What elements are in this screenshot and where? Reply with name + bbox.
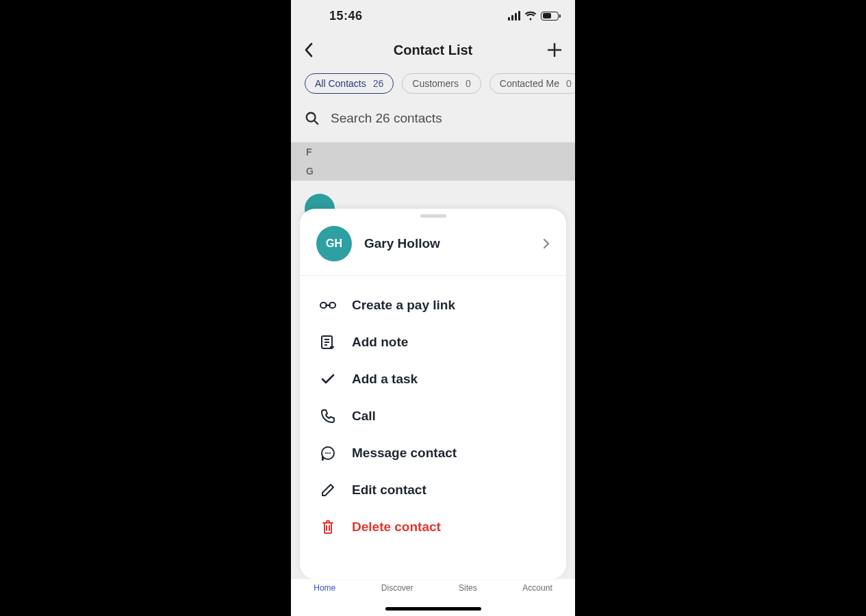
check-icon	[319, 373, 337, 385]
contact-header-row[interactable]: GH Gary Hollow	[300, 222, 566, 276]
action-label: Call	[352, 409, 376, 424]
filter-chip-count: 0	[466, 78, 471, 89]
filter-chips: All Contacts 26 Customers 0 Contacted Me…	[291, 68, 575, 99]
search-bar[interactable]: Search 26 contacts	[291, 99, 575, 142]
cellular-signal-icon	[508, 11, 520, 21]
chat-icon	[319, 446, 337, 461]
search-placeholder: Search 26 contacts	[331, 111, 442, 126]
tab-account[interactable]: Account	[522, 583, 552, 593]
action-edit-contact[interactable]: Edit contact	[300, 472, 566, 509]
action-list: Create a pay link Add note Add a task Ca…	[300, 276, 566, 546]
filter-chip-contacted-me[interactable]: Contacted Me 0	[489, 73, 575, 94]
svg-point-12	[325, 452, 327, 454]
tab-home[interactable]: Home	[314, 583, 335, 593]
nav-header: Contact List	[291, 31, 575, 68]
sheet-grabber[interactable]	[420, 214, 446, 218]
plus-icon	[547, 42, 562, 57]
link-icon	[319, 300, 337, 310]
filter-chip-label: Customers	[412, 78, 459, 89]
status-bar: 15:46	[291, 0, 575, 31]
back-button[interactable]	[295, 36, 322, 64]
action-delete-contact[interactable]: Delete contact	[300, 509, 566, 546]
svg-line-1	[314, 120, 318, 124]
contact-action-sheet: GH Gary Hollow Create a pay link Add not…	[300, 209, 566, 579]
filter-chip-label: All Contacts	[315, 78, 366, 89]
filter-chip-count: 0	[566, 78, 572, 89]
filter-chip-customers[interactable]: Customers 0	[402, 73, 481, 94]
tab-discover[interactable]: Discover	[381, 583, 413, 593]
tab-sites[interactable]: Sites	[459, 583, 477, 593]
search-icon	[305, 111, 320, 126]
list-section-header-f: F	[291, 142, 575, 162]
page-title: Contact List	[394, 42, 473, 58]
list-item[interactable]	[291, 181, 575, 205]
list-section-header-g: G	[291, 162, 575, 181]
trash-icon	[319, 519, 337, 535]
add-contact-button[interactable]	[541, 36, 568, 64]
svg-point-13	[327, 452, 329, 454]
action-label: Add a task	[352, 372, 418, 387]
filter-chip-label: Contacted Me	[500, 78, 559, 89]
filter-chip-all-contacts[interactable]: All Contacts 26	[305, 73, 394, 94]
action-add-task[interactable]: Add a task	[300, 361, 566, 398]
status-time: 15:46	[329, 9, 363, 23]
action-add-note[interactable]: Add note	[300, 324, 566, 361]
home-indicator	[385, 607, 481, 611]
status-icons	[508, 11, 559, 21]
tab-bar: Home Discover Sites Account	[291, 579, 575, 616]
action-label: Delete contact	[352, 519, 441, 535]
action-label: Edit contact	[352, 483, 426, 498]
action-call[interactable]: Call	[300, 398, 566, 435]
contact-name: Gary Hollow	[364, 236, 543, 251]
wifi-icon	[524, 11, 537, 21]
svg-point-14	[329, 452, 331, 454]
note-icon	[319, 335, 337, 350]
action-label: Add note	[352, 335, 408, 350]
battery-icon	[541, 12, 559, 21]
action-label: Create a pay link	[352, 298, 455, 313]
phone-icon	[319, 409, 337, 424]
pencil-icon	[319, 483, 337, 498]
action-label: Message contact	[352, 446, 457, 461]
chevron-right-icon	[543, 238, 550, 249]
avatar: GH	[316, 226, 352, 261]
action-message-contact[interactable]: Message contact	[300, 435, 566, 472]
action-create-paylink[interactable]: Create a pay link	[300, 287, 566, 324]
filter-chip-count: 26	[373, 78, 384, 89]
chevron-left-icon	[304, 42, 314, 57]
